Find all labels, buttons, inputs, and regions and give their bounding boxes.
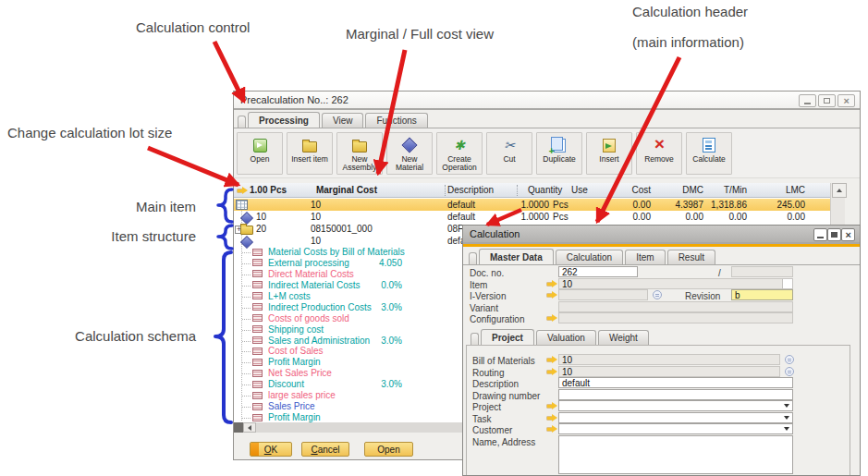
maximize-icon[interactable] [827, 228, 841, 241]
new-material-button[interactable]: New Material [386, 132, 433, 175]
annotation-marginal-full-cost-view: Marginal / Full cost view [346, 26, 494, 42]
row-sub-item: 08150001_000 [311, 224, 373, 234]
insert-button[interactable]: Insert [586, 132, 632, 175]
precalc-window-title: Precalculation No..: 262 [240, 94, 348, 105]
schema-label: L+M costs [268, 291, 311, 302]
customer-dropdown[interactable] [558, 423, 793, 434]
tab-item[interactable]: Item [625, 250, 665, 264]
row-lmc: 245.00 [750, 200, 805, 210]
annotation-calculation-header: Calculation header [632, 4, 748, 19]
tab-result[interactable]: Result [667, 250, 715, 264]
project-dropdown[interactable] [558, 400, 793, 411]
precalc-titlebar[interactable]: Precalculation No..: 262 [234, 92, 860, 110]
schema-item-icon [252, 325, 263, 333]
column-separator[interactable] [517, 185, 518, 196]
scrollbar-thumb[interactable] [234, 422, 243, 433]
column-quantity[interactable]: Quantity [528, 185, 562, 195]
lot-size-arrow-icon[interactable] [238, 187, 248, 194]
tab-weight[interactable]: Weight [598, 330, 649, 345]
doc-no-input[interactable]: 262 [558, 266, 638, 277]
task-link-arrow-icon[interactable] [547, 414, 557, 421]
column-cost[interactable]: Cost [605, 185, 651, 195]
new-assembly-button[interactable]: New Assembly [336, 132, 383, 175]
drawing-number-input[interactable] [558, 389, 793, 400]
row-quantity: 1.0000 [503, 212, 549, 222]
name-address-textarea[interactable] [558, 435, 793, 474]
project-link-arrow-icon[interactable] [547, 402, 557, 409]
annotation-calculation-schema: Calculation schema [67, 328, 196, 344]
minimize-icon[interactable] [813, 228, 827, 241]
table-row[interactable]: 10 default 1.0000 Pcs 0.00 4.3987 1,318.… [234, 199, 830, 211]
column-description[interactable]: Description [447, 185, 494, 195]
variant-input[interactable] [558, 301, 793, 312]
open-button[interactable]: Open [237, 132, 283, 175]
tab-functions[interactable]: Functions [365, 113, 427, 128]
column-lmc[interactable]: LMC [750, 185, 805, 195]
tab-processing[interactable]: Processing [248, 112, 320, 128]
routing-label: Routing [472, 368, 504, 378]
configuration-link-arrow-icon[interactable] [547, 314, 557, 322]
configuration-input[interactable] [558, 312, 793, 323]
calc-tab-strip: Master Data Calculation Item Result [469, 249, 715, 264]
routing-list-icon[interactable] [785, 367, 794, 376]
iversion-input[interactable] [558, 289, 648, 300]
bom-input[interactable]: 10 [558, 354, 780, 365]
cancel-button[interactable]: Cancel [301, 442, 349, 457]
project-label: Project [472, 402, 501, 412]
tab-calculation[interactable]: Calculation [556, 250, 623, 264]
close-icon[interactable] [837, 94, 855, 107]
tab-view[interactable]: View [322, 113, 364, 128]
remove-button[interactable]: Remove [636, 132, 682, 175]
task-dropdown[interactable] [558, 412, 793, 423]
routing-input[interactable]: 10 [558, 366, 780, 377]
scroll-up-icon[interactable] [832, 183, 847, 198]
bom-list-icon[interactable] [785, 355, 794, 364]
schema-item-icon [252, 348, 263, 355]
schema-item-icon [252, 292, 263, 299]
item-link-arrow-icon[interactable] [547, 280, 557, 287]
row-tmin: 0.00 [691, 212, 747, 222]
insert-item-button[interactable]: Insert item [287, 132, 333, 175]
description-input[interactable]: default [558, 377, 793, 388]
annotation-calculation-header-2: (main information) [632, 34, 744, 50]
row-sub-item: 10 [311, 236, 321, 246]
iversion-link-arrow-icon[interactable] [547, 291, 557, 299]
schema-label: External processing [268, 258, 349, 269]
calc-titlebar[interactable]: Calculation [463, 226, 860, 244]
tab-master-data[interactable]: Master Data [479, 249, 554, 264]
routing-link-arrow-icon[interactable] [547, 368, 557, 375]
create-operation-button[interactable]: Create Operation [436, 132, 483, 175]
doc-no-input-2[interactable] [731, 266, 793, 277]
cost-view-header[interactable]: Marginal Cost [289, 185, 377, 195]
revision-input[interactable]: b [731, 289, 793, 300]
duplicate-button[interactable]: Duplicate [536, 132, 582, 175]
insert-item-icon [302, 137, 317, 153]
tab-valuation[interactable]: Valuation [536, 330, 596, 345]
maximize-icon[interactable] [818, 94, 836, 107]
schema-value: 4.050 [345, 258, 402, 269]
insert-icon [603, 137, 616, 153]
column-tmin[interactable]: T/Min [691, 185, 747, 195]
cut-button[interactable]: Cut [486, 132, 532, 175]
ok-button[interactable]: OK [250, 442, 292, 457]
scroll-left-icon[interactable] [243, 422, 256, 433]
calc-inner-tab-strip: Project Valuation Weight [471, 329, 649, 345]
iversion-list-icon[interactable] [653, 290, 662, 299]
description-label: Description [472, 379, 519, 389]
row-use: Pcs [553, 212, 568, 222]
new-assembly-button-label: New Assembly [337, 155, 382, 172]
item-input[interactable]: 10 [558, 278, 793, 289]
column-use[interactable]: Use [571, 185, 588, 195]
lot-size-header[interactable]: 1.00 Pcs [250, 185, 287, 195]
bom-link-arrow-icon[interactable] [547, 356, 557, 363]
tab-project[interactable]: Project [481, 329, 534, 345]
column-separator[interactable] [445, 185, 446, 196]
schema-label: Sales Price [268, 401, 315, 412]
table-row[interactable]: 10 10 default 1.0000 Pcs 0.00 0.00 0.00 … [234, 211, 830, 223]
close-icon[interactable] [841, 228, 855, 241]
open-footer-button[interactable]: Open [364, 442, 413, 457]
calculate-button[interactable]: Calculate [686, 132, 732, 175]
schema-label: Profit Margin [268, 357, 321, 368]
minimize-icon[interactable] [799, 94, 816, 107]
customer-link-arrow-icon[interactable] [547, 425, 557, 433]
